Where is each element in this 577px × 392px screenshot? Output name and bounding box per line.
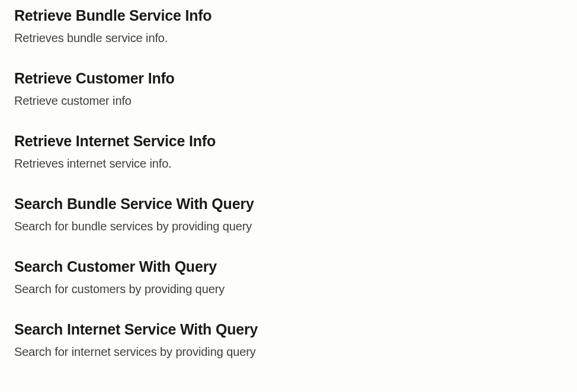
list-item: Search Internet Service With Query Searc… [14, 321, 563, 359]
list-item: Retrieve Internet Service Info Retrieves… [14, 133, 563, 171]
item-description: Search for customers by providing query [14, 282, 563, 296]
list-item: Search Customer With Query Search for cu… [14, 258, 563, 296]
item-title: Search Customer With Query [14, 258, 563, 275]
item-title: Search Internet Service With Query [14, 321, 563, 338]
item-description: Retrieves internet service info. [14, 157, 563, 171]
list-item: Search Bundle Service With Query Search … [14, 195, 563, 233]
list-item: Retrieve Bundle Service Info Retrieves b… [14, 7, 563, 45]
item-description: Retrieve customer info [14, 94, 563, 108]
item-description: Retrieves bundle service info. [14, 31, 563, 45]
item-description: Search for internet services by providin… [14, 345, 563, 359]
item-description: Search for bundle services by providing … [14, 220, 563, 233]
item-title: Retrieve Bundle Service Info [14, 7, 563, 24]
list-item: Retrieve Customer Info Retrieve customer… [14, 70, 563, 108]
item-title: Search Bundle Service With Query [14, 195, 563, 213]
item-title: Retrieve Customer Info [14, 70, 563, 87]
item-title: Retrieve Internet Service Info [14, 133, 563, 150]
